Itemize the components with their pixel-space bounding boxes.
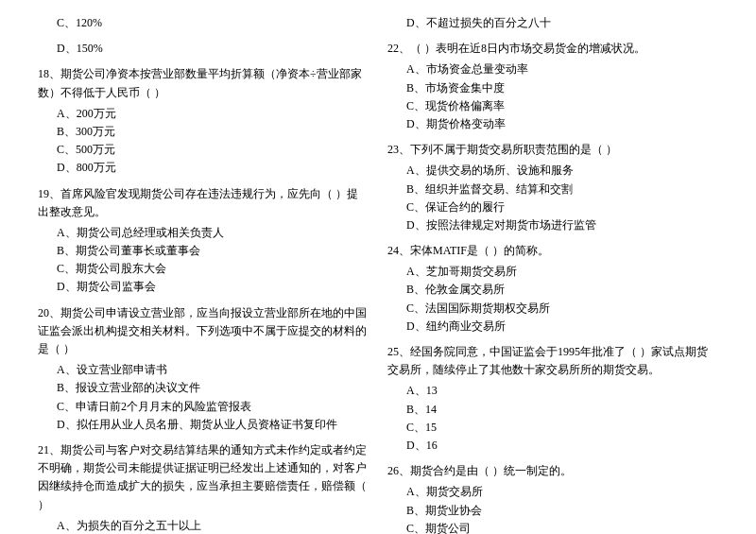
option-text: C、120% xyxy=(38,14,369,32)
question-text: 21、期货公司与客户对交易结算结果的通知方式未作约定或者约定不明确，期货公司未能… xyxy=(38,441,369,514)
question-19: 19、首席风险官发现期货公司存在违法违规行为，应先向（ ）提出整改意见。 A、期… xyxy=(38,185,369,297)
option-b: B、组织并监督交易、结算和交割 xyxy=(387,181,718,198)
question-22: 22、（ ）表明在近8日内市场交易货金的增减状况。 A、市场资金总量变动率 B、… xyxy=(387,40,718,133)
option-c: C、法国国际期货期权交易所 xyxy=(387,300,718,318)
option-b: B、14 xyxy=(387,401,718,419)
option-a: A、为损失的百分之五十以上 xyxy=(38,517,369,534)
main-content: C、120% D、150% 18、期货公司净资本按营业部数量平均折算额（净资本÷… xyxy=(38,14,718,534)
option-c: C、申请日前2个月月末的风险监管报表 xyxy=(38,398,369,416)
option-c: C、15 xyxy=(387,419,718,437)
option-c-120: C、120% xyxy=(38,14,369,32)
question-text: 26、期货合约是由（ ）统一制定的。 xyxy=(387,462,718,480)
question-21: 21、期货公司与客户对交易结算结果的通知方式未作约定或者约定不明确，期货公司未能… xyxy=(38,441,369,534)
option-c: C、500万元 xyxy=(38,141,369,159)
option-b: B、报设立营业部的决议文件 xyxy=(38,379,369,397)
question-text: 19、首席风险官发现期货公司存在违法违规行为，应先向（ ）提出整改意见。 xyxy=(38,185,369,221)
left-column: C、120% D、150% 18、期货公司净资本按营业部数量平均折算额（净资本÷… xyxy=(38,14,369,534)
option-b: B、伦敦金属交易所 xyxy=(387,281,718,299)
question-25: 25、经国务院同意，中国证监会于1995年批准了（ ）家试点期货交易所，随续停止… xyxy=(387,343,718,455)
question-24: 24、宋体MATIF是（ ）的简称。 A、芝加哥期货交易所 B、伦敦金属交易所 … xyxy=(387,242,718,336)
option-d: D、800万元 xyxy=(38,159,369,177)
right-column: D、不超过损失的百分之八十 22、（ ）表明在近8日内市场交易货金的增减状况。 … xyxy=(387,14,718,534)
option-d: D、期货公司监事会 xyxy=(38,278,369,296)
option-a: A、市场资金总量变动率 xyxy=(387,60,718,78)
option-a: A、设立营业部申请书 xyxy=(38,361,369,379)
option-text: D、不超过损失的百分之八十 xyxy=(387,14,718,32)
option-c: C、现货价格偏离率 xyxy=(387,97,718,115)
option-a: A、200万元 xyxy=(38,105,369,123)
question-text: 18、期货公司净资本按营业部数量平均折算额（净资本÷营业部家数）不得低于人民币（… xyxy=(38,65,369,101)
question-text: 24、宋体MATIF是（ ）的简称。 xyxy=(387,242,718,260)
option-b: B、300万元 xyxy=(38,123,369,141)
option-a: A、芝加哥期货交易所 xyxy=(387,263,718,281)
option-c: C、期货公司 xyxy=(387,520,718,534)
option-a: A、13 xyxy=(387,382,718,400)
option-d: D、16 xyxy=(387,437,718,455)
option-d: D、纽约商业交易所 xyxy=(387,318,718,336)
option-text: D、150% xyxy=(38,40,369,58)
option-d: D、拟任用从业人员名册、期货从业人员资格证书复印件 xyxy=(38,416,369,434)
option-b: B、期货业协会 xyxy=(387,502,718,520)
page-wrapper: C、120% D、150% 18、期货公司净资本按营业部数量平均折算额（净资本÷… xyxy=(38,14,718,534)
option-c: C、保证合约的履行 xyxy=(387,198,718,216)
option-b: B、期货公司董事长或董事会 xyxy=(38,242,369,260)
question-26: 26、期货合约是由（ ）统一制定的。 A、期货交易所 B、期货业协会 C、期货公… xyxy=(387,462,718,534)
option-d: D、按照法律规定对期货市场进行监管 xyxy=(387,216,718,234)
question-text: 22、（ ）表明在近8日内市场交易货金的增减状况。 xyxy=(387,40,718,58)
question-23: 23、下列不属于期货交易所职责范围的是（ ） A、提供交易的场所、设施和服务 B… xyxy=(387,141,718,234)
question-20: 20、期货公司申请设立营业部，应当向报设立营业部所在地的中国证监会派出机构提交相… xyxy=(38,304,369,434)
question-text: 23、下列不属于期货交易所职责范围的是（ ） xyxy=(387,141,718,159)
question-text: 20、期货公司申请设立营业部，应当向报设立营业部所在地的中国证监会派出机构提交相… xyxy=(38,304,369,359)
option-d: D、期货价格变动率 xyxy=(387,115,718,133)
option-a: A、期货交易所 xyxy=(387,483,718,501)
option-d-150: D、150% xyxy=(38,40,369,58)
question-18: 18、期货公司净资本按营业部数量平均折算额（净资本÷营业部家数）不得低于人民币（… xyxy=(38,65,369,177)
option-b: B、市场资金集中度 xyxy=(387,79,718,97)
question-text: 25、经国务院同意，中国证监会于1995年批准了（ ）家试点期货交易所，随续停止… xyxy=(387,343,718,379)
option-a: A、期货公司总经理或相关负责人 xyxy=(38,224,369,242)
option-a: A、提供交易的场所、设施和服务 xyxy=(387,162,718,180)
option-c: C、期货公司股东大会 xyxy=(38,260,369,278)
option-d-cont: D、不超过损失的百分之八十 xyxy=(387,14,718,32)
